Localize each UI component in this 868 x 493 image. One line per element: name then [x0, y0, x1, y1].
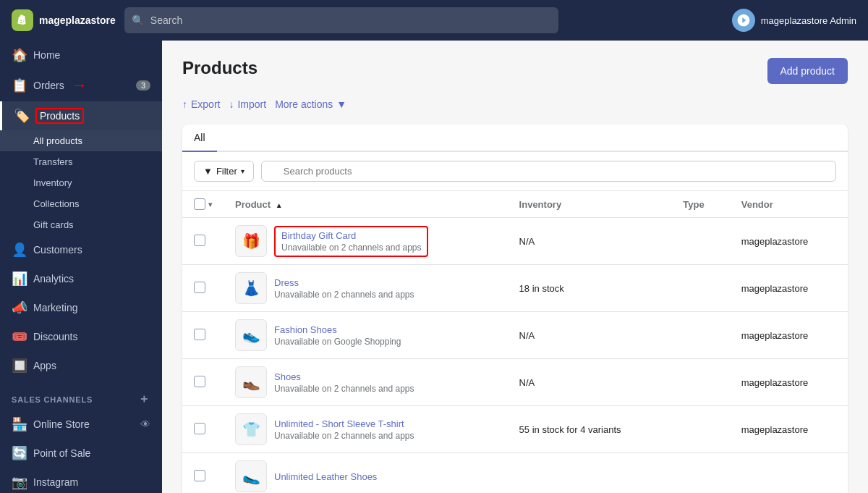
row-checkbox[interactable]: [194, 282, 205, 293]
add-product-button[interactable]: Add product: [767, 58, 848, 84]
sidebar-sub-item-transfers[interactable]: Transfers: [0, 151, 162, 172]
search-products-input[interactable]: [261, 161, 836, 182]
product-thumbnail: 🎁: [235, 225, 267, 257]
product-thumbnail: 👟: [235, 319, 267, 351]
page-title: Products: [182, 58, 258, 78]
product-cell: 👟Fashion ShoesUnavailable on Google Shop…: [224, 312, 508, 359]
export-button[interactable]: ↑ Export: [182, 96, 220, 113]
product-cell: 🥿Unlimited Leather Shoes: [224, 453, 508, 494]
sidebar-item-label: Apps: [33, 360, 56, 371]
online-store-settings-icon[interactable]: 👁: [140, 418, 150, 430]
table-row: 👗DressUnavailable on 2 channels and apps…: [182, 265, 848, 312]
product-cell: 👞ShoesUnavailable on 2 channels and apps: [224, 359, 508, 406]
row-checkbox[interactable]: [194, 470, 205, 481]
sidebar-item-marketing[interactable]: 📣 Marketing: [0, 293, 162, 322]
brand[interactable]: mageplazastore: [12, 9, 116, 31]
sort-icon[interactable]: ▲: [276, 201, 283, 209]
top-nav: mageplazastore 🔍 mageplazastore Admin: [0, 0, 868, 41]
select-all-checkbox[interactable]: [194, 198, 205, 210]
apps-icon: 🔲: [12, 358, 26, 374]
sidebar-item-products[interactable]: 🏷️ Products: [0, 101, 162, 130]
inventory-label: Inventory: [33, 177, 72, 188]
vendor-header: Vendor: [730, 191, 848, 218]
main-content: Products Add product ↑ Export ↓ Import M…: [162, 41, 868, 493]
product-name-link[interactable]: Shoes: [274, 371, 301, 382]
search-wrap: 🔍: [261, 161, 836, 182]
products-table: ▾ Product ▲ Inventory Type Vendor: [182, 191, 848, 493]
product-cell: 🎁Birthday Gift CardUnavailable on 2 chan…: [224, 218, 508, 265]
search-icon: 🔍: [132, 14, 144, 26]
vendor-cell: mageplazastore: [730, 359, 848, 406]
sidebar-item-label: Analytics: [33, 273, 74, 285]
sidebar-item-label: Orders: [33, 80, 64, 91]
sidebar-item-customers[interactable]: 👤 Customers: [0, 235, 162, 264]
type-cell: [671, 453, 729, 494]
vendor-cell: [730, 453, 848, 494]
gift-cards-label: Gift cards: [33, 219, 74, 230]
sidebar-item-label: Marketing: [33, 302, 77, 313]
row-checkbox-cell[interactable]: [182, 312, 224, 359]
inventory-cell: N/A: [508, 218, 672, 265]
filter-button[interactable]: ▼ Filter ▾: [194, 161, 254, 182]
pos-icon: 🔄: [12, 445, 26, 461]
product-name-link[interactable]: Birthday Gift Card: [281, 230, 421, 241]
product-thumbnail: 👗: [235, 272, 267, 304]
inventory-header: Inventory: [508, 191, 672, 218]
row-checkbox-cell[interactable]: [182, 406, 224, 453]
product-name-link[interactable]: Fashion Shoes: [274, 324, 337, 335]
sidebar-sub-item-gift-cards[interactable]: Gift cards: [0, 214, 162, 235]
add-sales-channel-icon[interactable]: ＋: [138, 392, 150, 407]
annotation-arrow-orders: →: [72, 76, 88, 95]
row-checkbox[interactable]: [194, 235, 205, 246]
inventory-cell: [508, 453, 672, 494]
table-row: 👟Fashion ShoesUnavailable on Google Shop…: [182, 312, 848, 359]
vendor-cell: mageplazastore: [730, 312, 848, 359]
nav-right: mageplazastore Admin: [732, 9, 856, 32]
sidebar-item-label: Customers: [33, 244, 82, 256]
product-sub-text: Unavailable on 2 channels and apps: [281, 243, 421, 253]
vendor-cell: mageplazastore: [730, 218, 848, 265]
import-button[interactable]: ↓ Import: [229, 96, 266, 113]
row-checkbox-cell[interactable]: [182, 218, 224, 265]
product-name-link[interactable]: Unlimited Leather Shoes: [274, 471, 377, 482]
product-cell: 👗DressUnavailable on 2 channels and apps: [224, 265, 508, 312]
select-all-header[interactable]: ▾: [182, 191, 224, 218]
row-checkbox[interactable]: [194, 376, 205, 387]
row-checkbox-cell[interactable]: [182, 265, 224, 312]
sidebar-item-home[interactable]: 🏠 Home: [0, 41, 162, 69]
row-checkbox[interactable]: [194, 423, 205, 434]
sidebar-item-instagram[interactable]: 📷 Instagram: [0, 468, 162, 493]
product-cell: 👕Unlimited - Short Sleeve T-shirtUnavail…: [224, 406, 508, 453]
product-name-link[interactable]: Dress: [274, 277, 299, 288]
sidebar-item-discounts[interactable]: 🎟️ Discounts: [0, 322, 162, 351]
more-actions-button[interactable]: More actions ▼: [275, 96, 346, 113]
admin-name: mageplazastore Admin: [761, 15, 856, 26]
sidebar-item-online-store[interactable]: 🏪 Online Store 👁: [0, 410, 162, 439]
search-bar[interactable]: 🔍: [124, 7, 558, 33]
row-checkbox-cell[interactable]: [182, 359, 224, 406]
checkbox-chevron-icon[interactable]: ▾: [208, 201, 212, 208]
type-cell: [671, 406, 729, 453]
tab-all[interactable]: All: [182, 125, 217, 152]
sidebar-item-apps[interactable]: 🔲 Apps: [0, 351, 162, 380]
type-header: Type: [671, 191, 729, 218]
sidebar-item-orders[interactable]: 📋 Orders → 3: [0, 69, 162, 101]
export-up-arrow-icon: ↑: [182, 98, 187, 110]
chevron-down-icon: ▼: [336, 98, 346, 110]
product-name-link[interactable]: Unlimited - Short Sleeve T-shirt: [274, 418, 404, 429]
shopify-logo: [12, 9, 33, 31]
row-checkbox[interactable]: [194, 329, 205, 340]
search-input[interactable]: [124, 7, 558, 33]
sidebar-sub-item-inventory[interactable]: Inventory: [0, 172, 162, 193]
product-sub-text: Unavailable on 2 channels and apps: [274, 431, 414, 441]
row-checkbox-cell[interactable]: [182, 453, 224, 494]
sidebar-sub-item-collections[interactable]: Collections: [0, 193, 162, 214]
sidebar-item-label: Discounts: [33, 331, 77, 342]
tabs: All: [182, 125, 848, 152]
sidebar-item-pos[interactable]: 🔄 Point of Sale: [0, 439, 162, 468]
sidebar-sub-item-all-products[interactable]: All products: [0, 130, 162, 151]
sidebar-item-analytics[interactable]: 📊 Analytics: [0, 264, 162, 293]
toolbar: ↑ Export ↓ Import More actions ▼: [182, 96, 848, 113]
product-thumbnail: 👕: [235, 413, 267, 445]
product-sub-text: Unavailable on Google Shopping: [274, 337, 401, 347]
